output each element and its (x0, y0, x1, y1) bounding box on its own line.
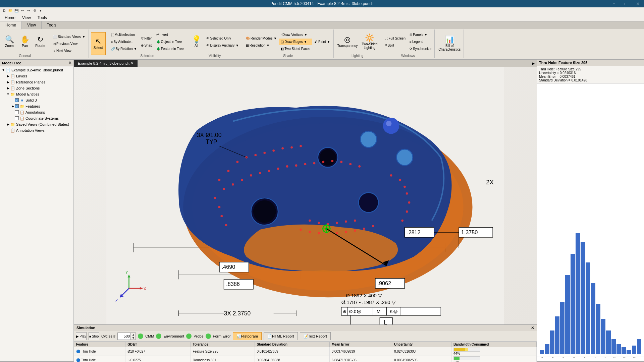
tree-zone-sections[interactable]: ▶ 📋 Zone Sections (1, 85, 73, 91)
tree-zone-sections-expand[interactable]: ▶ (6, 86, 10, 90)
menu-tools[interactable]: Tools (34, 15, 50, 21)
tree-annotations[interactable]: 📋 Annotations (1, 109, 73, 115)
tab-home[interactable]: Home (0, 21, 22, 29)
col-uncertainty[interactable]: Uncertainty (392, 342, 451, 347)
tree-features[interactable]: ▶ ✓ 📁 Features (1, 103, 73, 109)
col-mean-error[interactable]: Mean Error (329, 342, 392, 347)
histogram-bar-2[interactable] (550, 330, 554, 354)
two-sided-lighting-button[interactable]: 🔆 Two-SidedLighting (360, 31, 379, 53)
histogram-bar-13[interactable] (606, 330, 610, 354)
tree-root-expand[interactable]: ▼ (1, 68, 5, 72)
cad-viewport[interactable]: 3X Ø1.00 TYP .2812 1.3750 2X (74, 67, 537, 324)
tree-root[interactable]: ▼ 📄 Example 8.2-4mic_3lobe.pundit (1, 67, 73, 73)
draw-vertices-button[interactable]: · Draw Vertices ▼ (279, 32, 312, 38)
close-button[interactable]: ✕ (632, 0, 644, 7)
histogram-bar-14[interactable] (611, 339, 616, 354)
histogram-bar-4[interactable] (560, 302, 565, 354)
panels-button[interactable]: ⊞ Panels ▼ (408, 32, 433, 38)
col-std-dev[interactable]: Standard Deviation (255, 342, 329, 347)
by-attribute-button[interactable]: ≡ By Attribute... (109, 39, 139, 45)
tree-coord-systems-expand[interactable] (11, 116, 15, 120)
col-tolerance[interactable]: Tolerance (191, 342, 255, 347)
html-report-tab[interactable]: 📄 HTML Report (264, 332, 298, 340)
tree-solid3[interactable]: ✓ ■ Solid 3 (1, 97, 73, 103)
tree-ref-planes-expand[interactable]: ▶ (6, 80, 10, 84)
previous-view-button[interactable]: ◁ Previous View (51, 40, 87, 47)
qa-new[interactable]: 🗋 (1, 8, 7, 14)
cycles-input[interactable] (118, 334, 130, 339)
tree-solid3-checkbox[interactable]: ✓ (15, 98, 19, 102)
tree-model-entities-expand[interactable]: ▼ (6, 92, 10, 96)
tree-model-entities[interactable]: ▼ 📁 Model Entities (1, 91, 73, 97)
tab-tools[interactable]: Tools (42, 21, 62, 29)
tree-annotation-views-expand[interactable] (6, 128, 10, 132)
qa-settings[interactable]: ⚙ (32, 8, 38, 14)
histogram-bar-3[interactable] (555, 316, 559, 354)
select-button[interactable]: ↖ Select (91, 32, 106, 55)
object-in-tree-button[interactable]: 🌲 Object in Tree (155, 39, 185, 45)
selected-only-button[interactable]: 👁 Selected Only (205, 35, 240, 42)
model-tree-close[interactable]: ✕ (68, 61, 71, 65)
tree-coord-systems-checkbox[interactable] (15, 116, 19, 120)
col-feature[interactable]: Feature (74, 342, 125, 347)
histogram-bar-11[interactable] (596, 304, 600, 354)
filter-button[interactable]: ▽ Filter (139, 35, 154, 42)
invert-button[interactable]: ⇌ Invert (155, 32, 185, 38)
viewport-tab-main[interactable]: Example 8.2-4mic_3lobe.pundit ✕ (74, 60, 138, 67)
legend-button[interactable]: ≡ Legend (408, 39, 433, 45)
next-view-button[interactable]: ▷ Next View (51, 47, 87, 54)
full-screen-button[interactable]: ⛶ Full Screen (383, 35, 408, 42)
histogram-bar-17[interactable] (627, 350, 631, 354)
snap-button[interactable]: ⊕ Snap (139, 42, 154, 49)
draw-edges-button[interactable]: ◱ Draw Edges ▼ (279, 39, 312, 45)
tree-coord-systems[interactable]: 📋 Coordinate Systems (1, 115, 73, 121)
tree-features-expand[interactable]: ▶ (11, 104, 15, 108)
tree-solid3-expand[interactable] (11, 98, 15, 102)
tab-view[interactable]: View (22, 21, 42, 29)
probe-indicator[interactable] (186, 334, 192, 339)
qa-open[interactable]: 📂 (7, 8, 13, 14)
maximize-button[interactable]: □ (620, 0, 632, 7)
stop-button[interactable]: ■ Stop (89, 332, 99, 340)
qa-redo[interactable]: ↪ (25, 8, 32, 14)
histogram-bar-19[interactable] (637, 339, 641, 354)
by-relation-button[interactable]: 🔗 By Relation ▼ (109, 46, 139, 52)
all-button[interactable]: 💡 All (189, 31, 204, 53)
form-error-indicator[interactable] (206, 334, 211, 339)
qa-undo[interactable]: ↩ (19, 8, 25, 14)
environment-indicator[interactable] (156, 334, 161, 339)
split-button[interactable]: ⧉ Split (383, 42, 408, 49)
tree-annotation-views[interactable]: 📋 Annotation Views (1, 127, 73, 133)
col-bandwidth[interactable]: Bandwidth Consumed (451, 342, 536, 347)
feature-in-tree-button[interactable]: 🌲 Feature in Tree (155, 46, 185, 52)
histogram-bar-18[interactable] (632, 346, 636, 354)
histogram-bar-10[interactable] (591, 283, 595, 354)
col-gdt[interactable]: GD&T (125, 342, 191, 347)
tree-reference-planes[interactable]: ▶ 📋 Reference Planes (1, 79, 73, 85)
histogram-bar-6[interactable] (571, 254, 575, 354)
menu-view[interactable]: View (19, 15, 34, 21)
cycles-down[interactable]: ▼ (131, 336, 136, 340)
histogram-bar-5[interactable] (565, 275, 570, 354)
cmm-indicator[interactable] (138, 334, 143, 339)
pan-button[interactable]: ✋ Pan (17, 31, 32, 53)
transparency-button[interactable]: ◎ Transparency (336, 31, 360, 53)
text-report-tab[interactable]: 📝 Text Report (300, 332, 331, 340)
menu-home[interactable]: Home (1, 15, 19, 21)
qa-extra[interactable]: ▼ (38, 8, 44, 14)
zoom-button[interactable]: 🔍 Zoom (2, 31, 17, 53)
tree-saved-views[interactable]: ▶ 📁 Saved Views (Combined States) (1, 121, 73, 127)
display-auxiliary-button[interactable]: 👁 Display Auxiliary ▼ (205, 42, 240, 49)
standard-views-button[interactable]: ⬜ Standard Views ▼ (51, 33, 87, 40)
minimize-button[interactable]: − (608, 0, 620, 7)
tree-annotations-checkbox[interactable] (15, 110, 19, 114)
two-sided-faces-button[interactable]: ◧ Two Sided Faces (279, 46, 312, 52)
viewport-scroll-right[interactable]: ▶ (530, 60, 537, 67)
histogram-bar-9[interactable] (586, 262, 590, 354)
histogram-tab[interactable]: 📊 Histogram (233, 332, 262, 340)
viewport-tab-close[interactable]: ✕ (131, 61, 133, 65)
histogram-bar-15[interactable] (616, 344, 621, 354)
render-modes-button[interactable]: 🎨 Render Modes ▼ (244, 35, 278, 42)
histogram-bar-1[interactable] (545, 344, 549, 354)
histogram-bar-0[interactable] (540, 350, 544, 354)
